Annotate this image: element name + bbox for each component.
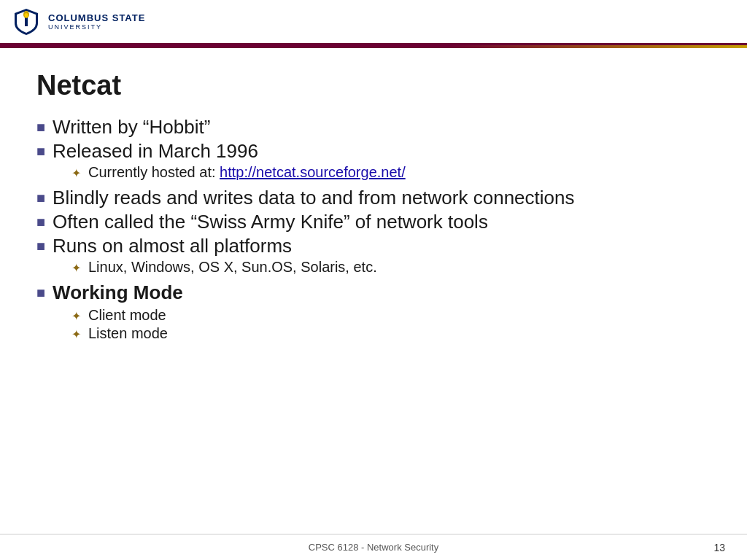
main-bullet-icon-5: ■ xyxy=(36,238,45,254)
bullet-platforms: ✦ Linux, Windows, OS X, Sun.OS, Solaris,… xyxy=(71,259,711,276)
main-bullet-icon-1: ■ xyxy=(36,119,45,136)
bullet-working-mode: ■ Working Mode xyxy=(36,281,711,304)
bullet-listen-mode: ✦ Listen mode xyxy=(71,325,711,342)
bullet-swiss-army: ■ Often called the “Swiss Army Knife” of… xyxy=(36,211,711,233)
logo-sub: University xyxy=(48,23,145,31)
bullet-runs-on: ■ Runs on almost all platforms xyxy=(36,235,711,257)
slide-title: Netcat xyxy=(36,70,711,101)
hosted-link[interactable]: http://netcat.sourceforge.net/ xyxy=(220,164,406,180)
footer-course: CPSC 6128 - Network Security xyxy=(309,542,438,553)
sub-bullet-icon-4: ✦ xyxy=(71,327,81,341)
main-bullet-icon-3: ■ xyxy=(36,190,45,206)
bullet-platforms-text: Linux, Windows, OS X, Sun.OS, Solaris, e… xyxy=(88,259,377,276)
bullet-written-by-text: Written by “Hobbit” xyxy=(53,116,210,139)
sub-bullet-icon-1: ✦ xyxy=(71,166,81,180)
main-bullet-icon-2: ■ xyxy=(36,143,45,160)
bullet-released: ■ Released in March 1996 xyxy=(36,140,711,163)
logo-name: Columbus State xyxy=(48,12,145,24)
bullet-runs-on-text: Runs on almost all platforms xyxy=(53,235,292,257)
bullet-blindly-reads-text: Blindly reads and writes data to and fro… xyxy=(53,187,574,209)
logo-area: Columbus State University xyxy=(12,7,145,36)
bullet-list: ■ Written by “Hobbit” ■ Released in Marc… xyxy=(36,116,711,346)
bullet-client-mode: ✦ Client mode xyxy=(71,307,711,324)
university-logo-icon xyxy=(12,7,41,36)
bullet-hosted: ✦ Currently hosted at: http://netcat.sou… xyxy=(71,164,711,181)
slide: Columbus State University Netcat ■ Writt… xyxy=(0,0,747,560)
slide-header: Columbus State University xyxy=(0,0,747,45)
svg-point-3 xyxy=(25,13,28,18)
sub-bullet-icon-2: ✦ xyxy=(71,261,81,275)
bullet-written-by: ■ Written by “Hobbit” xyxy=(36,116,711,139)
bullet-listen-mode-text: Listen mode xyxy=(88,325,168,342)
bullet-blindly-reads: ■ Blindly reads and writes data to and f… xyxy=(36,187,711,209)
slide-content: Netcat ■ Written by “Hobbit” ■ Released … xyxy=(0,48,747,534)
bullet-client-mode-text: Client mode xyxy=(88,307,166,324)
main-bullet-icon-6: ■ xyxy=(36,284,45,301)
bullet-working-mode-text: Working Mode xyxy=(53,281,183,304)
footer-page: 13 xyxy=(713,542,725,553)
slide-footer: CPSC 6128 - Network Security 13 xyxy=(0,534,747,560)
logo-text: Columbus State University xyxy=(48,12,145,31)
bullet-released-text: Released in March 1996 xyxy=(53,140,258,163)
main-bullet-icon-4: ■ xyxy=(36,214,45,230)
bullet-swiss-army-text: Often called the “Swiss Army Knife” of n… xyxy=(53,211,488,233)
sub-bullet-icon-3: ✦ xyxy=(71,309,81,323)
bullet-hosted-text: Currently hosted at: http://netcat.sourc… xyxy=(88,164,406,181)
